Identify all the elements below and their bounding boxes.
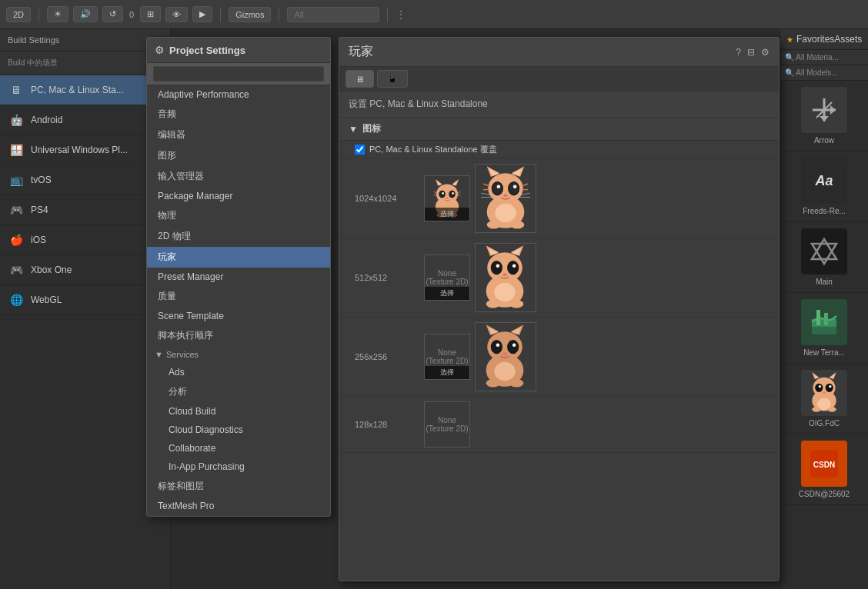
select-btn-256[interactable]: 选择 — [425, 366, 469, 379]
svg-point-51 — [502, 273, 506, 276]
gizmos-button[interactable]: Gizmos — [229, 7, 271, 22]
vis-button[interactable]: 👁 — [165, 7, 188, 22]
arrow-label: Arrow — [814, 136, 834, 145]
platform-item-pc[interactable]: 🖥 PC, Mac & Linux Sta... — [0, 75, 170, 105]
svg-point-10 — [446, 198, 448, 199]
build-settings-header: Build Settings — [0, 29, 170, 52]
asset-freeds[interactable]: Aa Freeds-Re... — [780, 151, 868, 222]
ps-item-editor[interactable]: 编辑器 — [147, 125, 330, 145]
ps-item-textmesh[interactable]: TextMesh Pro — [147, 497, 330, 515]
icon-row-256: 256x256 None (Texture 2D) 选择 — [339, 318, 779, 397]
layout-icon[interactable]: ⊟ — [747, 47, 755, 58]
svg-point-25 — [492, 182, 502, 194]
icon-slot-512-none[interactable]: None (Texture 2D) 选择 — [424, 255, 470, 301]
none-label-128: None — [438, 416, 456, 424]
ps-sub-cloud-diag[interactable]: Cloud Diagnostics — [147, 421, 330, 439]
light-button[interactable]: ☀ — [47, 6, 68, 22]
icon-slot-1024-b[interactable] — [475, 164, 536, 233]
ps-sub-cloud-build[interactable]: Cloud Build — [147, 402, 330, 421]
ps-sub-collaborate[interactable]: Collaborate — [147, 439, 330, 458]
toolbar-sep-1 — [38, 7, 39, 22]
ps-item-input[interactable]: 输入管理器 — [147, 166, 330, 187]
platform-item-ios[interactable]: 🍎 iOS — [0, 225, 170, 255]
rotate-button[interactable]: ↺ — [102, 6, 123, 22]
svg-point-62 — [507, 340, 519, 354]
more-options-icon[interactable]: ⋮ — [396, 8, 406, 21]
svg-point-47 — [491, 261, 502, 275]
platform-item-tvos[interactable]: 📺 tvOS — [0, 165, 170, 195]
ps-sub-iap[interactable]: In-App Purchasing — [147, 458, 330, 476]
texture-label-256: (Texture 2D) — [426, 357, 468, 365]
search-input[interactable] — [287, 7, 379, 22]
asset-arrow[interactable]: Arrow — [780, 81, 868, 151]
ps-item-scene-template[interactable]: Scene Template — [147, 307, 330, 325]
ps-item-package[interactable]: Package Manager — [147, 187, 330, 205]
all-models-label: All Models... — [796, 68, 837, 77]
icon-slot-512-cat[interactable] — [475, 243, 536, 312]
main-label: Main — [816, 278, 833, 286]
ps-search-input[interactable] — [153, 66, 324, 82]
ps-item-preset[interactable]: Preset Manager — [147, 268, 330, 286]
ps-item-physics[interactable]: 物理 — [147, 205, 330, 226]
cat-oig-icon — [803, 371, 846, 414]
svg-line-34 — [483, 184, 489, 186]
help-icon[interactable]: ? — [736, 47, 741, 58]
svg-point-64 — [512, 344, 516, 348]
ps-list: Adaptive Performance 音频 编辑器 图形 输入管理器 Pac… — [147, 85, 330, 516]
ps-item-physics2d[interactable]: 2D 物理 — [147, 226, 330, 247]
ps-item-adaptive[interactable]: Adaptive Performance — [147, 85, 330, 104]
ps-item-graphics[interactable]: 图形 — [147, 145, 330, 166]
settings-icon[interactable]: ⚙ — [761, 47, 770, 58]
ps-item-quality[interactable]: 质量 — [147, 286, 330, 307]
ps-item-tags[interactable]: 标签和图层 — [147, 476, 330, 497]
ps-item-time[interactable]: 时间 — [147, 515, 330, 516]
platform-item-android[interactable]: 🤖 Android — [0, 105, 170, 135]
arrow-icon — [809, 95, 840, 125]
tab-pc[interactable]: 🖥 — [346, 70, 374, 88]
icon-section-chevron: ▼ — [349, 124, 358, 135]
toolbar-sep-3 — [279, 7, 279, 22]
icon-slot-128-none[interactable]: None (Texture 2D) — [424, 401, 470, 448]
grid-button[interactable]: ⊞ — [140, 6, 161, 22]
asset-oig[interactable]: OIG.FdC — [780, 364, 868, 434]
csdn-thumb: CSDN — [801, 441, 847, 487]
icon-row-512: 512x512 None (Texture 2D) 选择 — [339, 238, 779, 318]
svg-point-88 — [819, 385, 821, 388]
left-sidebar: Build Settings Build 中的场景 🖥 PC, Mac & Li… — [0, 29, 171, 589]
svg-point-63 — [496, 344, 500, 348]
icon-section-header[interactable]: ▼ 图标 — [339, 118, 779, 141]
tab-android[interactable]: 📱 — [377, 70, 408, 88]
platform-label-pc: PC, Mac & Linux Sta... — [31, 85, 124, 95]
svg-line-11 — [434, 191, 437, 193]
platform-label-xbox: Xbox One — [31, 265, 72, 275]
play-button[interactable]: ▶ — [192, 6, 212, 22]
override-checkbox[interactable] — [355, 145, 365, 155]
ps-item-script-exec[interactable]: 脚本执行顺序 — [147, 325, 330, 346]
pc-tab-icon: 🖥 — [356, 75, 364, 84]
all-models-row: 🔍 All Models... — [780, 65, 868, 81]
select-btn-512[interactable]: 选择 — [425, 287, 469, 300]
rotation-value: 0 — [128, 10, 135, 19]
select-btn-1024-a[interactable]: 选择 — [425, 208, 469, 221]
asset-new-terra[interactable]: New Terra... — [780, 293, 868, 364]
ps-sub-ads[interactable]: Ads — [147, 363, 330, 381]
ps-sub-analytics[interactable]: 分析 — [147, 381, 330, 402]
player-content: 设置 PC, Mac & Linux Standalone ▼ 图标 PC, M… — [339, 92, 779, 581]
icon-slot-1024-a[interactable]: 选择 — [424, 175, 470, 221]
audio-button[interactable]: 🔊 — [73, 6, 98, 22]
asset-csdn[interactable]: CSDN CSDN@25602 — [780, 434, 868, 505]
asset-main[interactable]: Main — [780, 222, 868, 293]
platform-item-xbox[interactable]: 🎮 Xbox One — [0, 255, 170, 285]
icon-slot-256-cat[interactable] — [475, 322, 536, 391]
platform-item-webgl[interactable]: 🌐 WebGL — [0, 285, 170, 315]
platform-item-ps4[interactable]: 🎮 PS4 — [0, 195, 170, 225]
unity-thumb — [801, 228, 847, 275]
icon-slots-128: None (Texture 2D) — [424, 401, 470, 448]
svg-point-86 — [815, 384, 823, 392]
2d-button[interactable]: 2D — [6, 7, 31, 22]
icon-slot-256-none[interactable]: None (Texture 2D) 选择 — [424, 334, 470, 380]
ps-item-player[interactable]: 玩家 — [147, 247, 330, 268]
svg-point-50 — [512, 265, 516, 268]
ps-item-audio[interactable]: 音频 — [147, 104, 330, 125]
platform-item-universal-windows[interactable]: 🪟 Universal Windows Pl... — [0, 135, 170, 165]
